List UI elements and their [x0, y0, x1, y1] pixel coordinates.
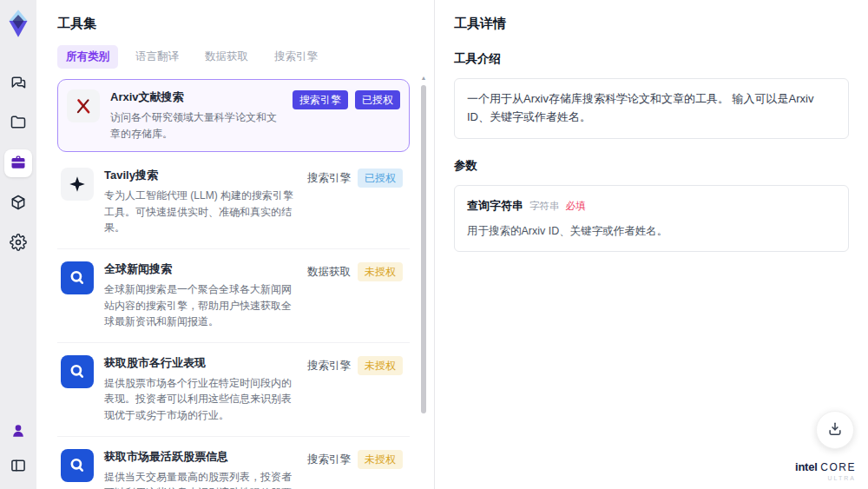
- scrollbar-thumb[interactable]: [421, 85, 426, 413]
- page-title: 工具集: [57, 16, 434, 32]
- sparkle-icon: [61, 168, 94, 201]
- intel-tier-text: ULTRA: [795, 475, 856, 482]
- main-content: 工具集 所有类别 语言翻译 数据获取 搜索引擎 A: [36, 0, 868, 489]
- tool-intro-text: 一个用于从Arxiv存储库搜索科学论文和文章的工具。 输入可以是Arxiv ID…: [454, 78, 849, 139]
- tab-all-categories[interactable]: 所有类别: [57, 45, 118, 69]
- tab-data-acquisition[interactable]: 数据获取: [196, 45, 257, 69]
- cube-icon: [10, 194, 27, 214]
- panel-toggle-icon: [10, 457, 27, 477]
- sidebar-item-settings[interactable]: [4, 229, 32, 257]
- tool-badges: 搜索引擎 已授权: [293, 89, 400, 142]
- tool-card-body: 全球新闻搜索 全球新闻搜索是一个聚合全球各大新闻网站内容的搜索引擎，帮助用户快速…: [104, 261, 299, 330]
- tab-search-engine[interactable]: 搜索引擎: [266, 45, 326, 69]
- category-badge: 搜索引擎: [293, 90, 348, 109]
- tool-card-body: Arxiv文献搜索 访问各个研究领域大量科学论文和文章的存储库。: [110, 89, 284, 142]
- sidebar-bottom: [6, 420, 30, 479]
- param-type: 字符串: [529, 198, 560, 214]
- tool-description: 访问各个研究领域大量科学论文和文章的存储库。: [110, 109, 284, 142]
- intro-heading: 工具介绍: [454, 51, 849, 67]
- sidebar-item-tools[interactable]: [4, 149, 32, 177]
- sidebar: [0, 0, 36, 489]
- tool-name: 获取股市各行业表现: [104, 355, 299, 371]
- tool-description: 提供当天交易量最高的股票列表，投资者可以利用这些信息来识别流动性强的股票和潜在的…: [104, 469, 299, 489]
- tool-badges: 数据获取 未授权: [307, 261, 403, 330]
- magnifier-q-icon: [61, 449, 94, 482]
- category-label: 数据获取: [307, 262, 351, 282]
- tool-description: 专为人工智能代理 (LLM) 构建的搜索引擎工具。可快速提供实时、准确和真实的结…: [104, 188, 299, 236]
- sidebar-item-collapse[interactable]: [6, 454, 30, 479]
- tool-card-tavily[interactable]: Tavily搜索 专为人工智能代理 (LLM) 构建的搜索引擎工具。可快速提供实…: [57, 155, 410, 249]
- magnifier-q-icon: [61, 261, 94, 294]
- param-name: 查询字符串: [467, 197, 523, 215]
- tool-card-body: 获取股市各行业表现 提供股票市场各个行业在特定时间段内的表现。投资者可以利用这些…: [104, 355, 299, 424]
- toolset-pane: 工具集 所有类别 语言翻译 数据获取 搜索引擎 A: [36, 0, 434, 489]
- scrollbar-up-arrow[interactable]: ▲: [420, 75, 427, 82]
- category-label: 搜索引擎: [307, 356, 351, 376]
- tool-card-arxiv[interactable]: Arxiv文献搜索 访问各个研究领域大量科学论文和文章的存储库。 搜索引擎 已授…: [57, 79, 410, 152]
- chat-icon: [10, 74, 27, 94]
- tool-name: Tavily搜索: [104, 168, 299, 183]
- magnifier-q-icon: [61, 355, 94, 388]
- tool-card-sector-performance[interactable]: 获取股市各行业表现 提供股票市场各个行业在特定时间段内的表现。投资者可以利用这些…: [57, 343, 410, 437]
- sidebar-item-profile[interactable]: [6, 420, 30, 444]
- tool-card-body: 获取市场最活跃股票信息 提供当天交易量最高的股票列表，投资者可以利用这些信息来识…: [104, 449, 299, 489]
- params-heading: 参数: [454, 158, 849, 174]
- category-tabs: 所有类别 语言翻译 数据获取 搜索引擎: [57, 45, 434, 69]
- auth-status-badge: 未授权: [358, 262, 403, 281]
- category-label: 搜索引擎: [307, 169, 351, 188]
- list-scrollbar[interactable]: ▲: [420, 75, 427, 486]
- tool-name: Arxiv文献搜索: [110, 89, 284, 105]
- folder-icon: [10, 114, 27, 134]
- tool-card-global-news[interactable]: 全球新闻搜索 全球新闻搜索是一个聚合全球各大新闻网站内容的搜索引擎，帮助用户快速…: [57, 249, 410, 343]
- tool-badges: 搜索引擎 未授权: [307, 449, 403, 489]
- auth-status-badge: 已授权: [355, 90, 400, 109]
- tool-description: 全球新闻搜索是一个聚合全球各大新闻网站内容的搜索引擎，帮助用户快速获取全球最新资…: [104, 281, 299, 330]
- auth-status-badge: 未授权: [358, 356, 403, 375]
- detail-title: 工具详情: [454, 16, 849, 32]
- tab-language-translation[interactable]: 语言翻译: [127, 45, 187, 69]
- download-icon: [826, 420, 844, 440]
- sidebar-item-packages[interactable]: [4, 189, 32, 217]
- tool-list: Arxiv文献搜索 访问各个研究领域大量科学论文和文章的存储库。 搜索引擎 已授…: [57, 79, 434, 489]
- intel-core-logo: intel CORE ULTRA: [795, 461, 856, 482]
- arxiv-logo-icon: [67, 89, 100, 122]
- auth-status-badge: 已授权: [358, 169, 403, 188]
- user-icon: [10, 422, 27, 442]
- tool-name: 获取市场最活跃股票信息: [104, 449, 299, 465]
- tool-name: 全球新闻搜索: [104, 261, 299, 277]
- tool-card-most-active-stocks[interactable]: 获取市场最活跃股票信息 提供当天交易量最高的股票列表，投资者可以利用这些信息来识…: [57, 437, 410, 489]
- sidebar-nav: [4, 69, 32, 257]
- tool-description: 提供股票市场各个行业在特定时间段内的表现。投资者可以利用这些信息来识别表现优于或…: [104, 375, 299, 424]
- intel-brand-text: intel: [795, 460, 818, 473]
- tool-badges: 搜索引擎 未授权: [307, 355, 403, 424]
- tool-badges: 搜索引擎 已授权: [307, 168, 403, 236]
- tool-detail-pane: 工具详情 工具介绍 一个用于从Arxiv存储库搜索科学论文和文章的工具。 输入可…: [434, 0, 868, 489]
- sidebar-item-chat[interactable]: [4, 69, 32, 97]
- core-brand-text: CORE: [820, 461, 856, 473]
- sidebar-item-files[interactable]: [4, 109, 32, 137]
- param-required-flag: 必填: [566, 198, 586, 214]
- category-label: 搜索引擎: [307, 450, 351, 470]
- download-button[interactable]: [816, 411, 854, 449]
- gear-icon: [10, 234, 27, 254]
- app-logo-icon: [6, 9, 30, 38]
- app-window: 工具集 所有类别 语言翻译 数据获取 搜索引擎 A: [0, 0, 868, 489]
- briefcase-icon: [10, 154, 27, 174]
- auth-status-badge: 未授权: [358, 450, 403, 469]
- tool-card-body: Tavily搜索 专为人工智能代理 (LLM) 构建的搜索引擎工具。可快速提供实…: [104, 168, 299, 236]
- param-item: 查询字符串 字符串 必填 用于搜索的Arxiv ID、关键字或作者姓名。: [454, 185, 849, 253]
- param-head: 查询字符串 字符串 必填: [467, 197, 836, 215]
- param-description: 用于搜索的Arxiv ID、关键字或作者姓名。: [467, 222, 836, 240]
